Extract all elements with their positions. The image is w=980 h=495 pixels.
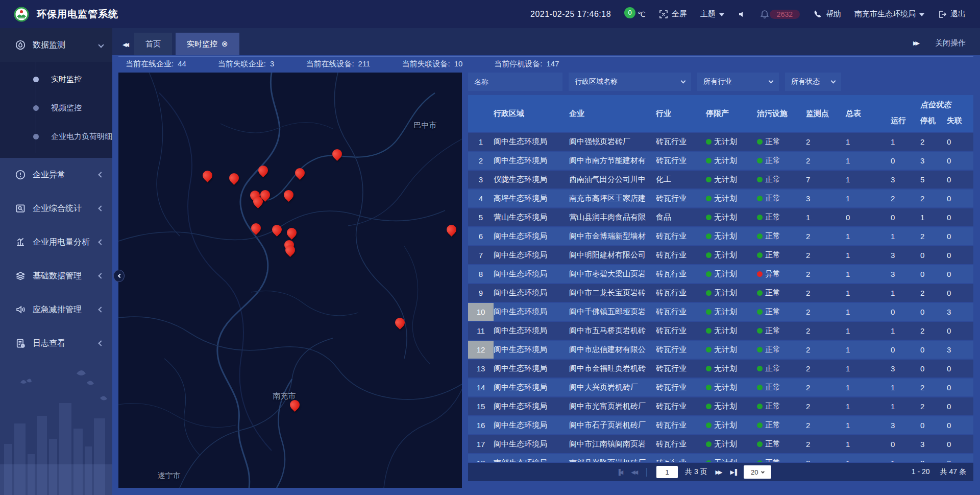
tab-close-icon[interactable]: ⊗ xyxy=(222,39,228,49)
column-header-enterprise: 企业 xyxy=(569,95,656,132)
table-row[interactable]: 4 高坪生态环境局 南充市高坪区王家店建 砖瓦行业 无计划 正常 3 1 2 2… xyxy=(468,190,973,207)
cell-monitor-points: 2 xyxy=(806,152,846,170)
sidebar-item-data-monitor[interactable]: 数据监测 xyxy=(0,28,112,62)
cell-production-status: 无计划 xyxy=(706,171,757,188)
cell-offline: 0 xyxy=(947,171,973,188)
cell-monitor-points: 2 xyxy=(806,454,846,462)
tabs-scroll-left-button[interactable]: ◀◀ xyxy=(112,41,134,55)
status-dot-icon xyxy=(757,460,763,462)
name-search-input[interactable] xyxy=(468,73,562,91)
cell-offline: 0 xyxy=(947,208,973,226)
table-row[interactable]: 2 阆中生态环境局 阆中市南方节能建材有 砖瓦行业 无计划 正常 2 1 0 3… xyxy=(468,152,973,170)
cell-stopped: 2 xyxy=(920,227,947,245)
sidebar-item-power-analysis[interactable]: 企业用电量分析 xyxy=(0,225,112,259)
table-row[interactable]: 16 阆中生态环境局 阆中市石子页岩机砖厂 砖瓦行业 无计划 正常 2 1 3 … xyxy=(468,416,973,434)
table-row[interactable]: 14 阆中生态环境局 阆中大兴页岩机砖厂 砖瓦行业 无计划 正常 2 1 1 2… xyxy=(468,379,973,396)
sidebar-item-enterprise-abnormal[interactable]: 企业异常 xyxy=(0,158,112,192)
table-row[interactable]: 12 阆中生态环境局 阆中市忠信建材有限公 砖瓦行业 无计划 正常 2 1 0 … xyxy=(468,341,973,359)
sidebar-item-label: 数据监测 xyxy=(33,40,92,51)
logout-button[interactable]: 退出 xyxy=(938,9,966,19)
table-row[interactable]: 13 阆中生态环境局 阆中市金福旺页岩机砖 砖瓦行业 无计划 正常 2 1 3 … xyxy=(468,360,973,378)
cell-industry: 砖瓦行业 xyxy=(656,397,706,415)
sidebar-item-enterprise-statistics[interactable]: 企业综合统计 xyxy=(0,192,112,225)
close-operations-button[interactable]: 关闭操作 xyxy=(935,38,966,48)
sidebar-item-power-load-detail[interactable]: 企业电力负荷明细 xyxy=(0,122,112,151)
cell-running: 1 xyxy=(891,379,920,396)
cell-treatment-status: 正常 xyxy=(757,190,806,207)
cell-stopped: 1 xyxy=(920,208,947,226)
cell-running: 3 xyxy=(891,416,920,434)
table-row[interactable]: 17 阆中生态环境局 阆中市江南镇阆南页岩 砖瓦行业 无计划 正常 2 1 0 … xyxy=(468,435,973,453)
table-row[interactable]: 11 阆中生态环境局 阆中市五马桥页岩机砖 砖瓦行业 无计划 正常 2 1 1 … xyxy=(468,322,973,340)
map-panel[interactable]: 巴中市南充市遂宁市 xyxy=(118,73,462,488)
tab-realtime-monitor[interactable]: 实时监控 ⊗ xyxy=(176,33,239,55)
map-city-label: 南充市 xyxy=(273,391,296,401)
column-header-production: 停限产 xyxy=(706,95,757,132)
cell-stopped: 0 xyxy=(920,246,947,264)
cell-industry: 砖瓦行业 xyxy=(656,379,706,396)
cell-region: 阆中生态环境局 xyxy=(494,341,569,359)
sound-toggle[interactable] xyxy=(738,10,747,19)
cell-enterprise: 阆中千佛镇五郎垭页岩 xyxy=(569,303,656,321)
cell-total-meter: 0 xyxy=(846,208,891,226)
sidebar-item-log-view[interactable]: 日志查看 xyxy=(0,326,112,360)
page-size-select[interactable]: 20 xyxy=(744,465,771,479)
organization-dropdown[interactable]: 南充市生态环境局 xyxy=(854,9,924,19)
last-page-button[interactable]: ▶▐ xyxy=(729,469,737,476)
table-row[interactable]: 7 阆中生态环境局 阆中明阳建材有限公司 砖瓦行业 无计划 正常 2 1 3 0… xyxy=(468,246,973,264)
region-select[interactable]: 行政区域名称 xyxy=(569,73,691,91)
help-button[interactable]: 帮助 xyxy=(813,9,841,19)
page-number-input[interactable] xyxy=(656,466,678,478)
cell-running: 3 xyxy=(891,171,920,188)
sidebar-item-emergency-reduction[interactable]: 应急减排管理 xyxy=(0,293,112,326)
next-page-button[interactable]: ▶▶ xyxy=(715,469,722,476)
cell-enterprise: 阆中市南方节能建材有 xyxy=(569,152,656,170)
cell-treatment-status: 正常 xyxy=(757,246,806,264)
table-row[interactable]: 5 营山生态环境局 营山县润丰肉食品有限 食品 无计划 正常 1 0 0 1 0 xyxy=(468,208,973,226)
sidebar-item-video-monitor[interactable]: 视频监控 xyxy=(0,93,112,122)
cell-monitor-points: 2 xyxy=(806,397,846,415)
cell-index: 11 xyxy=(468,322,494,340)
table-row[interactable]: 9 阆中生态环境局 阆中市二龙长宝页岩砖 砖瓦行业 无计划 正常 2 1 1 2… xyxy=(468,284,973,302)
stat-item: 当前在线企业: 44 xyxy=(126,59,186,69)
total-pages-label: 共 3 页 xyxy=(685,467,707,477)
map-collapse-button[interactable] xyxy=(113,270,125,282)
status-dot-icon xyxy=(757,347,763,352)
first-page-button[interactable]: ▐◀ xyxy=(616,469,623,476)
table-row[interactable]: 6 阆中生态环境局 阆中市金博瑞新型墙材 砖瓦行业 无计划 正常 2 1 1 2… xyxy=(468,227,973,245)
sidebar-item-label: 企业用电量分析 xyxy=(33,237,92,248)
status-select[interactable]: 所有状态 xyxy=(785,73,841,91)
cell-running: 3 xyxy=(891,246,920,264)
table-row[interactable]: 15 阆中生态环境局 阆中市光富页岩机砖厂 砖瓦行业 无计划 正常 2 1 1 … xyxy=(468,397,973,415)
stat-value: 10 xyxy=(454,59,463,69)
city-skyline-decoration xyxy=(0,367,112,495)
industry-select[interactable]: 所有行业 xyxy=(697,73,779,91)
sidebar-submenu: 实时监控 视频监控 企业电力负荷明细 xyxy=(0,62,112,158)
cell-offline: 0 xyxy=(947,435,973,453)
sidebar-item-label: 实时监控 xyxy=(51,75,82,84)
page-title: 环保用电监管系统 xyxy=(37,8,118,21)
tabs-scroll-right-button[interactable]: ▶▶ xyxy=(913,40,918,46)
stat-item: 当前失联企业: 3 xyxy=(218,59,275,69)
sidebar-item-label: 企业异常 xyxy=(33,170,92,180)
table-row[interactable]: 10 阆中生态环境局 阆中千佛镇五郎垭页岩 砖瓦行业 无计划 正常 2 1 0 … xyxy=(468,303,973,321)
theme-dropdown[interactable]: 主题 xyxy=(700,9,724,19)
fullscreen-button[interactable]: 全屏 xyxy=(659,9,687,19)
cell-running: 1 xyxy=(891,133,920,151)
cell-monitor-points: 2 xyxy=(806,360,846,378)
notifications-button[interactable]: 2632 xyxy=(760,10,800,19)
bullet-icon xyxy=(33,134,39,139)
sidebar-item-base-data[interactable]: 基础数据管理 xyxy=(0,259,112,293)
table-row[interactable]: 1 阆中生态环境局 阆中强锐页岩砖厂 砖瓦行业 无计划 正常 2 1 1 2 0 xyxy=(468,133,973,151)
table-row[interactable]: 3 仪陇生态环境局 西南油气田分公司川中 化工 无计划 正常 7 1 3 5 0 xyxy=(468,171,973,188)
sidebar-item-realtime-monitor[interactable]: 实时监控 xyxy=(0,65,112,93)
table-row[interactable]: 8 阆中生态环境局 阆中市枣碧大梁山页岩 砖瓦行业 无计划 异常 2 1 3 0… xyxy=(468,265,973,283)
cell-industry: 砖瓦行业 xyxy=(656,133,706,151)
previous-page-button[interactable]: ◀◀ xyxy=(630,469,638,476)
table-row[interactable]: 18 南部生态环境局 南部县兴隆页岩机砖厂 砖瓦行业 无计划 正常 2 1 1 … xyxy=(468,454,973,462)
status-dot-icon xyxy=(706,290,712,296)
tab-home[interactable]: 首页 xyxy=(134,33,172,55)
cell-region: 高坪生态环境局 xyxy=(494,190,569,207)
help-label: 帮助 xyxy=(826,9,841,19)
app-logo-icon xyxy=(13,6,30,22)
